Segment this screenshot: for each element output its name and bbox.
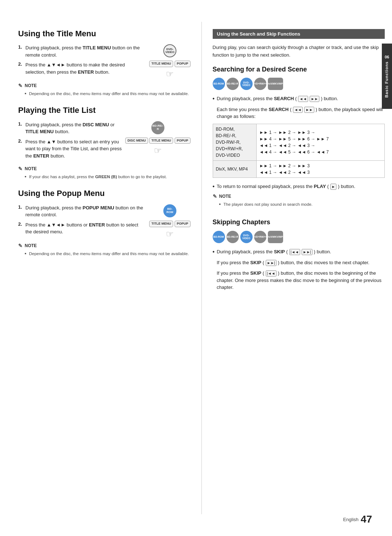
note-item4: The player does not play sound in search… — [220, 201, 385, 208]
note-item3: Depending on the disc, the menu items ma… — [25, 251, 191, 257]
page-footer: English 47 — [343, 514, 372, 525]
search-bullet1: • During playback, press the SEARCH ( ◄◄… — [213, 95, 385, 102]
rewind-btn2: ◄◄ — [293, 107, 303, 113]
step2-num: 2. — [18, 138, 23, 160]
skip-text1: During playback, press the SKIP ( |◄◄ ►►… — [217, 248, 385, 255]
note-icon: ✎ — [18, 83, 23, 89]
popup-menu-step2: 2. Press the ▲▼◄► buttons or ENTER butto… — [18, 221, 146, 236]
title-list-steps-text: 1. During playback, press the DISC MENU … — [18, 121, 122, 163]
bullet-dot1: • — [213, 95, 215, 102]
popup-menu-remote-img: BD-ROM TITLE MENU POPUP ☞ — [149, 204, 190, 239]
bd-rom-btn: BD-ROM — [163, 204, 176, 217]
title-menu-steps-text: 1. During playback, press the TITLE MENU… — [18, 44, 146, 79]
note-list4: The player does not play sound in search… — [213, 201, 385, 208]
search-bullet3: • To return to normal speed playback, pr… — [213, 183, 385, 190]
disc-menu-btn: DISC MENU — [125, 138, 148, 144]
title-menu-note: ✎ NOTE Depending on the disc, the menu i… — [18, 83, 191, 97]
ffwd-btn2: ►► — [304, 107, 314, 113]
disc-bdre: BD-RE/-R — [226, 78, 239, 90]
bullet-text2: Each time you press the SEARCH ( ◄◄ ►► )… — [217, 106, 385, 120]
note-list3: Depending on the disc, the menu items ma… — [18, 251, 191, 257]
step1-text: During playback, press the POPUP MENU bu… — [25, 204, 146, 218]
language-label: English — [343, 517, 359, 522]
note-list: Depending on the disc, the menu items ma… — [18, 91, 191, 97]
disc-dvdplus2: DVD+RW/+R — [254, 231, 266, 243]
step1-num: 1. — [18, 121, 23, 135]
chapter-title: Basic Functions — [384, 61, 389, 98]
title-menu-remote-img: DVD-VIDEO TITLE MENU POPUP ☞ — [149, 44, 190, 79]
disc-label1: BD-ROM,BD-RE/-R,DVD-RW/-R,DVD+RW/+R,DVD-… — [213, 124, 256, 160]
title-menu-btn2: TITLE MENU — [149, 138, 173, 144]
title-list-step2: 2. Press the ▲▼ buttons to select an ent… — [18, 138, 122, 160]
popup-menu-steps-text: 1. During playback, press the POPUP MENU… — [18, 204, 146, 239]
step1-num: 1. — [18, 204, 23, 218]
disc-dvdvideo: DVD-VIDEO — [240, 78, 253, 90]
title-list-steps: 1. During playback, press the DISC MENU … — [18, 121, 191, 163]
note-icon3: ✎ — [18, 243, 23, 249]
skip-bullet2: • If you press the SKIP ( ►►| ) button, … — [213, 259, 385, 266]
popup-menu-step1: 1. During playback, press the POPUP MENU… — [18, 204, 146, 218]
section-title-list: Playing the Title List 1. During playbac… — [18, 106, 191, 180]
disc-dvdplus: DVD+RW/+R — [254, 78, 266, 90]
skip-heading: Skipping Chapters — [213, 218, 385, 226]
disc-bdrom2: BD-ROM — [213, 231, 225, 243]
title-menu-step1: 1. During playback, press the TITLE MENU… — [18, 44, 146, 58]
play-btn: ► — [330, 184, 337, 190]
popup-btn3: POPUP — [175, 221, 191, 227]
disc-bdrom: BD-ROM — [213, 78, 225, 90]
chapter-tab: 06 Basic Functions — [382, 44, 392, 109]
step1-text: During playback, press the TITLE MENU bu… — [25, 44, 146, 58]
page-number: 47 — [361, 514, 372, 525]
disc-divx2: DivX/MKV/MP4 — [268, 231, 283, 243]
right-column: Using the Search and Skip Functions Duri… — [202, 22, 385, 514]
search-heading: Searching for a Desired Scene — [213, 66, 385, 74]
title-list-note: ✎ NOTE If your disc has a playlist, pres… — [18, 166, 191, 180]
bullet-dot3: • — [213, 183, 215, 190]
section-skip: Skipping Chapters BD-ROM BD-RE/-R DVD-VI… — [213, 218, 385, 291]
search-skip-header: Using the Search and Skip Functions — [213, 29, 385, 39]
note-item: Depending on the disc, the menu items ma… — [25, 91, 191, 97]
step2-num: 2. — [18, 221, 23, 236]
section-search: Searching for a Desired Scene BD-ROM BD-… — [213, 66, 385, 208]
popup-menu-heading: Using the Popup Menu — [18, 189, 191, 198]
disc-dvdvideo2: DVD-VIDEO — [240, 231, 253, 243]
dvd-video-btn: DVD-VIDEO — [163, 44, 176, 57]
search-skip-intro: During play, you can search quickly thro… — [213, 44, 385, 59]
remote-hand-icon3: ☞ — [166, 229, 174, 239]
skip-fwd-btn2: ►►| — [266, 260, 277, 266]
step1-text: During playback, press the DISC MENU or … — [25, 121, 122, 135]
section-title-menu: Using the Title Menu 1. During playback,… — [18, 29, 191, 97]
title-menu-btn: TITLE MENU — [149, 61, 173, 67]
table-row: BD-ROM,BD-RE/-R,DVD-RW/-R,DVD+RW/+R,DVD-… — [213, 124, 385, 160]
remote-hand-icon2: ☞ — [154, 146, 162, 156]
skip-bullet1: • During playback, press the SKIP ( |◄◄ … — [213, 248, 385, 255]
bullet-text1: During playback, press the SEARCH ( ◄◄ ►… — [217, 95, 385, 102]
rewind-btn: ◄◄ — [298, 96, 308, 102]
disc-label2: DivX, MKV, MP4 — [213, 160, 256, 177]
note-label: ✎ NOTE — [18, 83, 191, 89]
ffwd-btn: ►► — [310, 96, 320, 102]
search-note: ✎ NOTE The player does not play sound in… — [213, 193, 385, 208]
speeds2: ►► 1 → ►► 2 → ►► 3 ◄◄ 1 → ◄◄ 2 → ◄◄ 3 — [256, 160, 385, 177]
step1-num: 1. — [18, 44, 23, 58]
note-title-text: NOTE — [25, 83, 37, 88]
section-popup-menu: Using the Popup Menu 1. During playback,… — [18, 189, 191, 257]
table-row2: DivX, MKV, MP4 ►► 1 → ►► 2 → ►► 3 ◄◄ 1 →… — [213, 160, 385, 177]
popup-btn2: POPUP — [175, 138, 191, 144]
note-title-text3: NOTE — [25, 243, 37, 248]
popup-btn: POPUP — [175, 61, 191, 67]
step2-text: Press the ▲▼◄► buttons to make the desir… — [25, 61, 146, 75]
search-speed-table: BD-ROM,BD-RE/-R,DVD-RW/-R,DVD+RW/+R,DVD-… — [213, 124, 385, 178]
speeds1: ►► 1 → ►► 2 → ►► 3 → ►► 4 → ►► 5 → ►► 6 … — [256, 124, 385, 160]
remote-hand-icon: ☞ — [166, 69, 174, 79]
title-menu-heading: Using the Title Menu — [18, 29, 191, 38]
chapter-number: 06 — [385, 55, 389, 59]
skip-dot1: • — [213, 248, 215, 255]
bullet-text3: To return to normal speed playback, pres… — [217, 183, 385, 190]
note-label2: ✎ NOTE — [18, 166, 191, 172]
step2-text: Press the ▲▼ buttons to select an entry … — [25, 138, 122, 160]
title-menu-steps: 1. During playback, press the TITLE MENU… — [18, 44, 191, 79]
skip-text3: If you press the SKIP ( |◄◄ ) button, th… — [217, 270, 385, 291]
skip-bullet3: • If you press the SKIP ( |◄◄ ) button, … — [213, 270, 385, 291]
skip-text2: If you press the SKIP ( ►►| ) button, th… — [217, 259, 385, 266]
